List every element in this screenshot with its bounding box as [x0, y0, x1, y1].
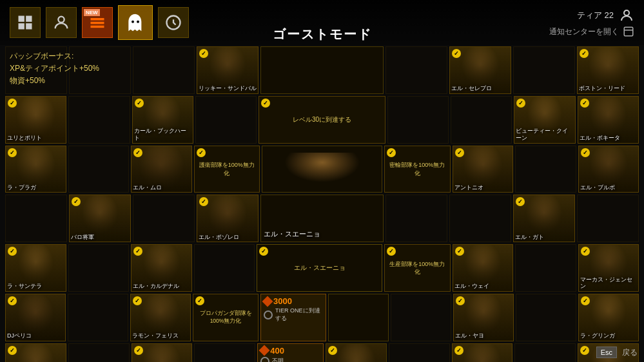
mission-secret-check: ✓ — [387, 148, 396, 157]
cost-3000-amount: 3000 — [273, 296, 292, 306]
el-muro-check: ✓ — [133, 148, 142, 157]
svg-point-4 — [58, 17, 64, 23]
char-la-gringa[interactable]: ✓ ラ・グリンガ — [578, 294, 639, 341]
mission-propaganda[interactable]: ✓ プロパガンダ部隊を100%無力化 — [193, 294, 259, 341]
char-el-cardenal[interactable]: ✓ エル・カルデナル — [131, 244, 192, 292]
nav-icon-1[interactable] — [10, 7, 41, 38]
cost-400-panel[interactable]: 400 不明 — [257, 343, 324, 362]
svg-point-9 — [137, 21, 139, 23]
char-el-chido[interactable]: ✓ エル・チド — [132, 343, 193, 362]
mission-production-check: ✓ — [387, 247, 396, 256]
top-navigation: NEW ゴーストモード ティア 22 — [0, 0, 644, 45]
unknown-row: 不明 — [260, 357, 320, 362]
cell-empty-r2c2 — [68, 96, 130, 144]
mission-propaganda-text: プロパガンダ部隊を100%無力化 — [196, 310, 255, 325]
mission-production[interactable]: ✓ 生産部隊を100%無力化 — [384, 244, 451, 292]
el-boquita-check: ✓ — [580, 99, 589, 108]
nav-icon-ghost[interactable] — [118, 5, 153, 40]
cost-3000-panel[interactable]: 3000 TIER ONEに到達する — [260, 294, 326, 341]
notification-icon — [623, 26, 634, 37]
ricky-name: リッキー・サンドバル — [199, 85, 257, 92]
char-el-bulbo[interactable]: ✓ エル・ブルボ — [578, 146, 639, 193]
char-el-gato[interactable]: ✓ エル・ガト — [513, 195, 575, 242]
nav-icon-5[interactable] — [158, 7, 189, 38]
char-el-yayo[interactable]: ✓ エル・ヤヨ — [453, 294, 514, 341]
nav-icon-3[interactable]: NEW — [82, 7, 113, 38]
carl-name: カール・ブックハート — [134, 128, 191, 142]
marcus-name: マーカス・ジェンセン — [580, 276, 638, 291]
char-el-wei[interactable]: ✓ エル・ウェイ — [453, 244, 514, 292]
boss-row1 — [260, 46, 383, 94]
cell-empty-r4c8 — [449, 195, 511, 242]
char-karjeta[interactable]: ✓ カルジータ — [5, 343, 66, 362]
char-yuri[interactable]: ✓ ユリとポリト — [5, 96, 66, 144]
char-el-cerebro[interactable]: ✓ エル・セレブロ — [449, 46, 511, 94]
char-ramon[interactable]: ✓ ラモン・フェリス — [130, 294, 191, 341]
unknown-label: 不明 — [272, 357, 284, 362]
passive-line2: XP&ティアポイント+50% — [10, 62, 99, 75]
mission-defense[interactable]: ✓ 護衛部隊を100%無力化 — [194, 146, 260, 193]
row-4: ✓ バロ将軍 ✓ エル・ポゾレロ エル・スエーニョ ✓ エル・ガト — [5, 195, 639, 242]
row-6: ✓ DJペリコ ✓ ラモン・フェリス ✓ プロパガンダ部隊を100%無力化 30… — [5, 294, 639, 341]
char-boston[interactable]: ✓ ボストン・リード — [577, 46, 639, 94]
tier-info: ティア 22 — [577, 8, 634, 23]
mission-defense-check: ✓ — [197, 148, 206, 157]
beauty-name: ビューティー・クイーン — [516, 128, 573, 142]
char-la-santera[interactable]: ✓ ラ・サンテラ — [5, 244, 66, 292]
cell-empty-r1c7 — [385, 46, 447, 94]
mission-level30[interactable]: ✓ レベル30に到達する — [259, 96, 385, 144]
cell-empty-r3c2 — [68, 146, 130, 193]
la-santera-name: ラ・サンテラ — [7, 283, 64, 290]
cell-empty-r1c9 — [513, 46, 575, 94]
char-antonio[interactable]: ✓ アントニオ — [453, 146, 514, 193]
esc-key[interactable]: Esc — [596, 347, 617, 358]
mission-level30-check: ✓ — [261, 99, 270, 108]
char-el-emisario[interactable]: ✓ エル・エミサリオ — [452, 343, 513, 362]
mission-secret[interactable]: ✓ 密輸部隊を100%無力化 — [384, 146, 451, 193]
nav-icon-2[interactable] — [46, 7, 77, 38]
page-title: ゴーストモード — [273, 26, 372, 43]
yuri-name: ユリとポリト — [7, 135, 64, 142]
antonio-check: ✓ — [455, 148, 464, 157]
row-3: ✓ ラ・プラガ ✓ エル・ムロ ✓ 護衛部隊を100%無力化 ✓ 密輸部隊を10… — [5, 146, 639, 193]
el-bulbo-check: ✓ — [581, 148, 590, 157]
user-icon — [619, 8, 634, 23]
cell-empty-r5c2 — [68, 244, 130, 292]
cell-empty-r4c7 — [385, 195, 447, 242]
char-la-plaga[interactable]: ✓ ラ・プラガ — [5, 146, 66, 193]
antonio-name: アントニオ — [454, 184, 512, 191]
char-el-pozolero[interactable]: ✓ エル・ポゾレロ — [197, 195, 259, 242]
cell-empty-r3c9 — [515, 146, 576, 193]
svg-rect-2 — [19, 23, 24, 29]
tier-one-label: TIER ONEに到達する — [275, 307, 323, 322]
char-dj-perico[interactable]: ✓ DJペリコ — [5, 294, 66, 341]
char-el-muro[interactable]: ✓ エル・ムロ — [131, 146, 192, 193]
svg-rect-3 — [26, 23, 32, 29]
mission-defense-text: 護衛部隊を100%無力化 — [197, 161, 257, 177]
svg-rect-0 — [19, 16, 24, 22]
svg-point-11 — [624, 10, 629, 15]
cell-empty-r6c9 — [516, 294, 576, 341]
cell-empty-r4c10 — [577, 195, 639, 242]
el-boquita-name: エル・ボキータ — [580, 135, 637, 142]
char-beauty[interactable]: ✓ ビューティー・クイーン — [514, 96, 575, 144]
boss-name-row: エル・スエーニョ — [260, 195, 383, 242]
svg-point-8 — [132, 21, 134, 23]
passive-bonus: パッシブボーナス: XP&ティアポイント+50% 物資+50% — [10, 50, 99, 88]
boss-silhouette — [280, 153, 364, 192]
cell-empty-r5c4 — [194, 244, 255, 292]
svg-rect-5 — [91, 18, 104, 21]
char-el-sueno-card[interactable]: ✓ エル・スエーニョ — [257, 244, 382, 292]
char-el-boquita[interactable]: ✓ エル・ボキータ — [578, 96, 639, 144]
notify-button[interactable]: 通知センターを開く — [549, 26, 634, 37]
cell-empty-r7c9 — [514, 343, 576, 362]
el-sueno-text: エル・スエーニョ — [294, 263, 346, 272]
char-carl[interactable]: ✓ カール・ブックハート — [132, 96, 193, 144]
passive-line3: 物資+50% — [10, 75, 99, 87]
cost-diamond-icon — [262, 296, 273, 307]
char-ricky[interactable]: ✓ リッキー・サンドバル — [197, 46, 259, 94]
char-el-comandante[interactable]: ✓ エル・コマンダンテ — [326, 343, 387, 362]
cell-empty-r7c2 — [68, 343, 130, 362]
char-baro[interactable]: ✓ バロ将軍 — [69, 195, 131, 242]
char-marcus[interactable]: ✓ マーカス・ジェンセン — [578, 244, 639, 292]
